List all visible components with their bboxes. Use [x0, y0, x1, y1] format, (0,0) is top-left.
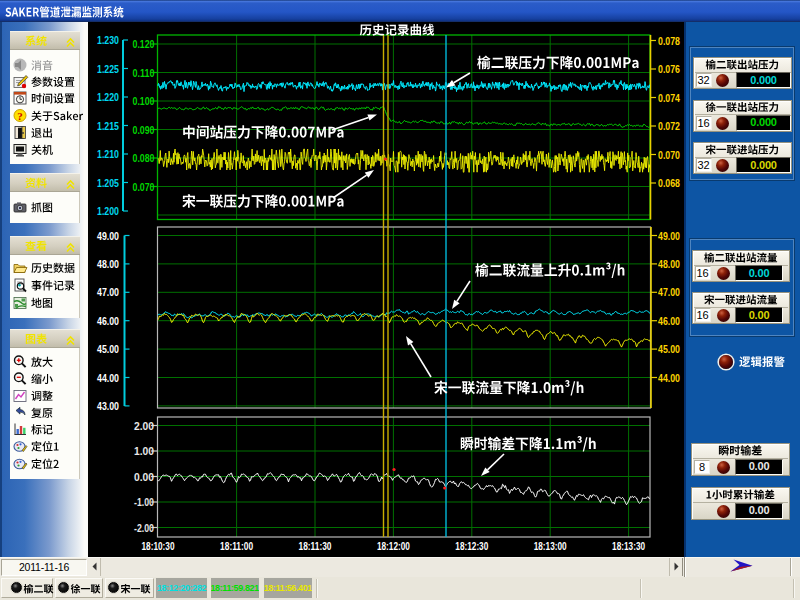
svg-text:?: ?	[17, 110, 23, 122]
